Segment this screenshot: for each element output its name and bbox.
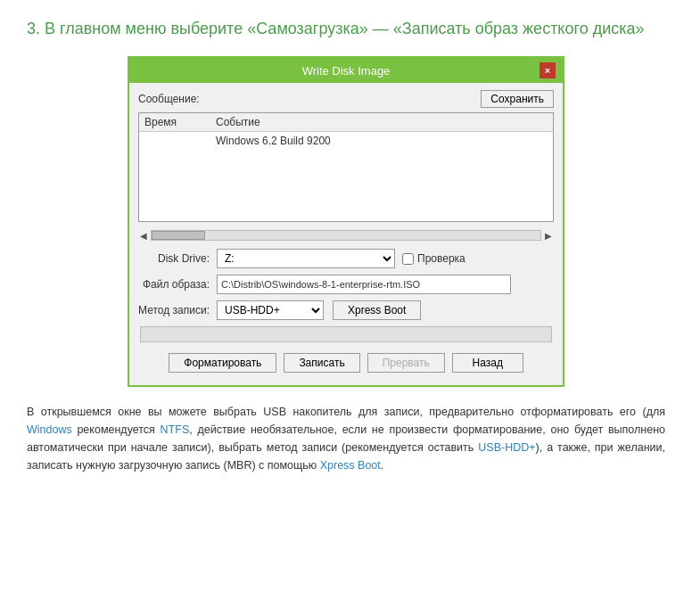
scroll-track[interactable]	[151, 230, 541, 241]
dialog-title: Write Disk Image	[152, 64, 540, 78]
check-checkbox[interactable]	[402, 253, 414, 265]
image-file-input[interactable]	[217, 275, 511, 294]
write-method-label: Метод записи:	[138, 304, 217, 316]
dialog-wrapper: Write Disk Image × Сообщение: Сохранить …	[27, 56, 665, 387]
write-method-row: Метод записи: USB-HDD+ Xpress Boot	[138, 300, 554, 320]
log-event-cell: Windows 6.2 Build 9200	[210, 132, 553, 151]
log-col-event: Событие	[210, 113, 553, 132]
table-row: Windows 6.2 Build 9200	[139, 132, 553, 151]
progress-row	[138, 326, 554, 342]
image-file-label: Файл образа:	[138, 278, 217, 291]
write-disk-image-dialog: Write Disk Image × Сообщение: Сохранить …	[128, 56, 564, 387]
message-label: Сообщение:	[138, 93, 200, 105]
format-button[interactable]: Форматировать	[169, 353, 276, 373]
ntfs-highlight: NTFS	[161, 423, 190, 436]
write-method-select[interactable]: USB-HDD+	[217, 300, 324, 320]
disk-drive-row: Disk Drive: Z: Проверка	[138, 249, 554, 268]
usbhdd-highlight: USB-HDD+	[478, 441, 535, 454]
horizontal-scrollbar[interactable]: ◀ ▶	[138, 229, 554, 242]
back-button[interactable]: Назад	[452, 353, 523, 373]
xpressboot-highlight: Xpress Boot	[320, 459, 381, 472]
dialog-titlebar: Write Disk Image ×	[129, 58, 563, 83]
check-label: Проверка	[417, 252, 465, 265]
progress-bar-track	[140, 326, 552, 342]
image-file-row: Файл образа:	[138, 275, 554, 294]
scroll-thumb[interactable]	[152, 231, 205, 240]
log-col-time: Время	[139, 113, 210, 132]
scroll-left-arrow[interactable]: ◀	[138, 231, 149, 241]
log-time-cell	[139, 132, 210, 151]
disk-drive-label: Disk Drive:	[138, 252, 217, 265]
windows-highlight: Windows	[27, 423, 72, 436]
action-row: Форматировать Записать Прервать Назад	[138, 349, 554, 378]
scroll-right-arrow[interactable]: ▶	[543, 231, 554, 241]
log-table-container: Время Событие Windows 6.2 Build 9200	[138, 112, 554, 222]
message-row: Сообщение: Сохранить	[138, 90, 554, 108]
page-heading: 3. В главном меню выберите «Самозагрузка…	[27, 18, 665, 40]
xpress-boot-button[interactable]: Xpress Boot	[333, 300, 421, 320]
stop-button[interactable]: Прервать	[367, 353, 445, 373]
save-button[interactable]: Сохранить	[481, 90, 554, 108]
disk-drive-select[interactable]: Z:	[217, 249, 395, 268]
check-row: Проверка	[402, 252, 465, 265]
write-button[interactable]: Записать	[284, 353, 359, 373]
info-paragraph: В открывшемся окне вы можете выбрать USB…	[27, 403, 665, 474]
dialog-close-button[interactable]: ×	[540, 62, 556, 78]
dialog-body: Сообщение: Сохранить Время Событие	[129, 83, 563, 385]
log-table: Время Событие Windows 6.2 Build 9200	[139, 113, 553, 221]
